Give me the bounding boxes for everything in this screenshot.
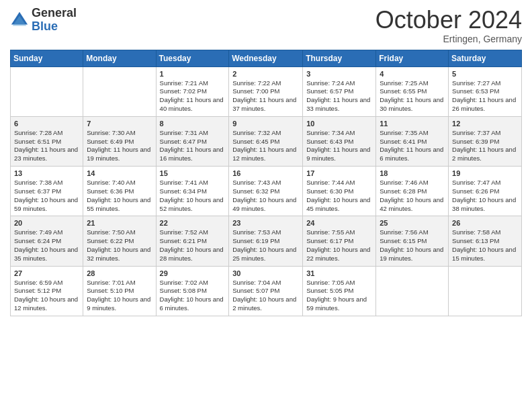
day-number: 19: [452, 169, 518, 177]
sunset-text: Sunset: 6:41 PM: [380, 138, 427, 145]
day-info: Sunrise: 7:31 AM Sunset: 6:47 PM Dayligh…: [160, 129, 226, 163]
daylight-text: Daylight: 10 hours and 42 minutes.: [380, 196, 443, 212]
day-number: 24: [306, 219, 372, 227]
sunrise-text: Sunrise: 7:30 AM: [87, 129, 135, 136]
sunset-text: Sunset: 6:57 PM: [306, 87, 353, 95]
table-row: 18 Sunrise: 7:46 AM Sunset: 6:28 PM Dayl…: [376, 167, 449, 216]
day-info: Sunrise: 7:30 AM Sunset: 6:49 PM Dayligh…: [87, 129, 152, 163]
day-info: Sunrise: 7:52 AM Sunset: 6:21 PM Dayligh…: [160, 228, 226, 263]
daylight-text: Daylight: 9 hours and 59 minutes.: [306, 295, 367, 312]
sunset-text: Sunset: 6:45 PM: [232, 138, 279, 145]
table-row: 27 Sunrise: 6:59 AM Sunset: 5:12 PM Dayl…: [11, 266, 83, 316]
table-row: 2 Sunrise: 7:22 AM Sunset: 7:00 PM Dayli…: [229, 66, 303, 116]
day-info: Sunrise: 7:28 AM Sunset: 6:51 PM Dayligh…: [14, 129, 79, 163]
daylight-text: Daylight: 11 hours and 9 minutes.: [306, 146, 370, 162]
table-row: 26 Sunrise: 7:58 AM Sunset: 6:13 PM Dayl…: [449, 216, 522, 266]
day-number: 13: [14, 169, 79, 177]
table-row: 19 Sunrise: 7:47 AM Sunset: 6:26 PM Dayl…: [449, 167, 522, 216]
day-number: 6: [14, 120, 79, 128]
table-row: 12 Sunrise: 7:37 AM Sunset: 6:39 PM Dayl…: [449, 116, 522, 166]
sunrise-text: Sunrise: 7:43 AM: [232, 179, 281, 186]
table-row: 5 Sunrise: 7:27 AM Sunset: 6:53 PM Dayli…: [449, 66, 522, 116]
sunset-text: Sunset: 6:13 PM: [452, 237, 499, 244]
day-info: Sunrise: 6:59 AM Sunset: 5:12 PM Dayligh…: [14, 279, 79, 313]
sunrise-text: Sunrise: 7:35 AM: [380, 129, 428, 136]
col-thursday: Thursday: [303, 50, 376, 66]
day-number: 25: [380, 219, 445, 227]
day-info: Sunrise: 7:53 AM Sunset: 6:19 PM Dayligh…: [232, 228, 299, 263]
sunrise-text: Sunrise: 7:52 AM: [160, 228, 208, 236]
calendar-table: Sunday Monday Tuesday Wednesday Thursday…: [10, 50, 522, 316]
table-row: 4 Sunrise: 7:25 AM Sunset: 6:55 PM Dayli…: [376, 66, 449, 116]
table-row: 17 Sunrise: 7:44 AM Sunset: 6:30 PM Dayl…: [303, 167, 376, 216]
day-info: Sunrise: 7:55 AM Sunset: 6:17 PM Dayligh…: [306, 228, 372, 263]
daylight-text: Daylight: 10 hours and 38 minutes.: [452, 196, 516, 212]
table-row: 28 Sunrise: 7:01 AM Sunset: 5:10 PM Dayl…: [83, 266, 156, 316]
sunset-text: Sunset: 6:30 PM: [306, 187, 353, 195]
table-row: 9 Sunrise: 7:32 AM Sunset: 6:45 PM Dayli…: [229, 116, 303, 166]
day-info: Sunrise: 7:27 AM Sunset: 6:53 PM Dayligh…: [452, 79, 518, 113]
day-info: Sunrise: 7:02 AM Sunset: 5:08 PM Dayligh…: [160, 279, 226, 313]
sunrise-text: Sunrise: 7:21 AM: [160, 79, 208, 87]
table-row: 31 Sunrise: 7:05 AM Sunset: 5:05 PM Dayl…: [303, 266, 376, 316]
sunrise-text: Sunrise: 7:37 AM: [452, 129, 500, 136]
daylight-text: Daylight: 11 hours and 26 minutes.: [452, 96, 516, 112]
day-number: 11: [380, 120, 445, 128]
table-row: 25 Sunrise: 7:56 AM Sunset: 6:15 PM Dayl…: [376, 216, 449, 266]
day-info: Sunrise: 7:47 AM Sunset: 6:26 PM Dayligh…: [452, 179, 518, 213]
table-row: 11 Sunrise: 7:35 AM Sunset: 6:41 PM Dayl…: [376, 116, 449, 166]
table-row: 20 Sunrise: 7:49 AM Sunset: 6:24 PM Dayl…: [11, 216, 83, 266]
sunrise-text: Sunrise: 7:40 AM: [87, 179, 135, 186]
sunset-text: Sunset: 6:49 PM: [87, 138, 134, 145]
table-row: 22 Sunrise: 7:52 AM Sunset: 6:21 PM Dayl…: [156, 216, 229, 266]
day-number: 3: [306, 70, 372, 78]
calendar-week-3: 13 Sunrise: 7:38 AM Sunset: 6:37 PM Dayl…: [11, 167, 522, 216]
daylight-text: Daylight: 10 hours and 15 minutes.: [452, 246, 516, 262]
sunrise-text: Sunrise: 7:01 AM: [87, 279, 135, 286]
calendar-week-5: 27 Sunrise: 6:59 AM Sunset: 5:12 PM Dayl…: [11, 266, 522, 316]
sunset-text: Sunset: 6:55 PM: [380, 87, 427, 95]
col-monday: Monday: [83, 50, 156, 66]
day-number: 9: [232, 120, 299, 128]
table-row: 10 Sunrise: 7:34 AM Sunset: 6:43 PM Dayl…: [303, 116, 376, 166]
page: General Blue October 2024 Ertingen, Germ…: [0, 0, 532, 411]
daylight-text: Daylight: 11 hours and 16 minutes.: [160, 146, 224, 162]
table-row: 24 Sunrise: 7:55 AM Sunset: 6:17 PM Dayl…: [303, 216, 376, 266]
sunset-text: Sunset: 6:51 PM: [14, 138, 61, 145]
day-info: Sunrise: 7:40 AM Sunset: 6:36 PM Dayligh…: [87, 179, 152, 213]
sunrise-text: Sunrise: 7:34 AM: [306, 129, 355, 136]
sunset-text: Sunset: 6:32 PM: [232, 187, 279, 195]
sunrise-text: Sunrise: 7:49 AM: [14, 228, 62, 236]
day-number: 4: [380, 70, 445, 78]
sunset-text: Sunset: 6:37 PM: [14, 187, 61, 195]
logo-blue-text: Blue: [32, 20, 77, 34]
daylight-text: Daylight: 10 hours and 59 minutes.: [14, 196, 78, 212]
day-number: 7: [87, 120, 152, 128]
table-row: 13 Sunrise: 7:38 AM Sunset: 6:37 PM Dayl…: [11, 167, 83, 216]
table-row: 21 Sunrise: 7:50 AM Sunset: 6:22 PM Dayl…: [83, 216, 156, 266]
title-block: October 2024 Ertingen, Germany: [375, 7, 522, 44]
day-number: 16: [232, 169, 299, 177]
sunrise-text: Sunrise: 7:32 AM: [232, 129, 281, 136]
sunrise-text: Sunrise: 7:02 AM: [160, 279, 208, 286]
table-row: 15 Sunrise: 7:41 AM Sunset: 6:34 PM Dayl…: [156, 167, 229, 216]
logo-text: General Blue: [32, 7, 77, 34]
day-number: 23: [232, 219, 299, 227]
col-tuesday: Tuesday: [156, 50, 229, 66]
daylight-text: Daylight: 10 hours and 35 minutes.: [14, 246, 78, 262]
sunset-text: Sunset: 6:26 PM: [452, 187, 499, 195]
day-number: 21: [87, 219, 152, 227]
calendar-week-1: 1 Sunrise: 7:21 AM Sunset: 7:02 PM Dayli…: [11, 66, 522, 116]
daylight-text: Daylight: 11 hours and 19 minutes.: [87, 146, 150, 162]
sunrise-text: Sunrise: 7:27 AM: [452, 79, 500, 87]
daylight-text: Daylight: 11 hours and 2 minutes.: [452, 146, 516, 162]
calendar-week-4: 20 Sunrise: 7:49 AM Sunset: 6:24 PM Dayl…: [11, 216, 522, 266]
sunset-text: Sunset: 6:36 PM: [87, 187, 134, 195]
table-row: 29 Sunrise: 7:02 AM Sunset: 5:08 PM Dayl…: [156, 266, 229, 316]
sunrise-text: Sunrise: 7:41 AM: [160, 179, 208, 186]
header: General Blue October 2024 Ertingen, Germ…: [10, 7, 522, 44]
day-number: 12: [452, 120, 518, 128]
sunset-text: Sunset: 6:47 PM: [160, 138, 207, 145]
logo-general-text: General: [32, 7, 77, 20]
sunset-text: Sunset: 6:39 PM: [452, 138, 499, 145]
